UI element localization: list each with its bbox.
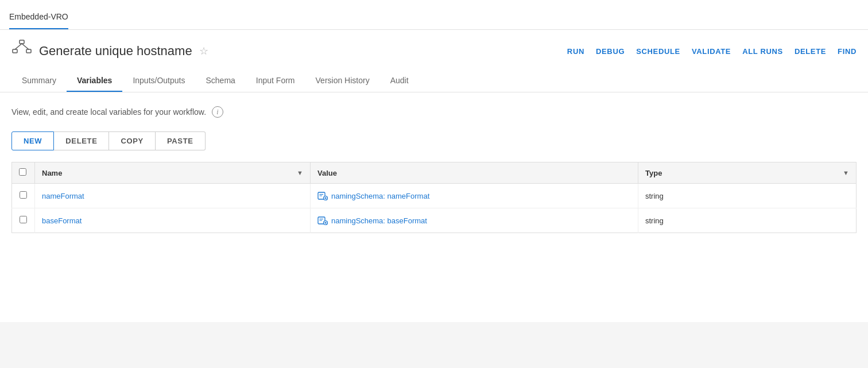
- action-buttons: RUN DEBUG SCHEDULE VALIDATE ALL RUNS DEL…: [567, 45, 857, 58]
- tab-input-form[interactable]: Input Form: [246, 70, 305, 92]
- delete-variable-button[interactable]: DELETE: [54, 131, 109, 150]
- row1-name-cell: nameFormat: [35, 184, 311, 208]
- row1-type-cell: string: [638, 184, 857, 208]
- header-type: Type ▼: [638, 162, 857, 184]
- row2-checkbox-cell: [12, 208, 35, 233]
- row1-value-link[interactable]: namingSchema: nameFormat: [317, 191, 631, 201]
- row1-checkbox[interactable]: [20, 191, 27, 199]
- table-row: nameFormat namingSchema: nameFormat: [12, 184, 857, 208]
- new-button[interactable]: NEW: [11, 131, 54, 150]
- workflow-icon: [11, 39, 32, 63]
- row2-value-link[interactable]: namingSchema: baseFormat: [317, 215, 631, 226]
- svg-rect-0: [20, 40, 24, 44]
- table-row: baseFormat namingSchema: baseFormat: [12, 208, 857, 233]
- select-all-checkbox[interactable]: [19, 168, 26, 176]
- row2-name-cell: baseFormat: [35, 208, 311, 233]
- toolbar: NEW DELETE COPY PASTE: [11, 131, 857, 150]
- row2-checkbox[interactable]: [20, 216, 27, 223]
- row1-type-value: string: [645, 192, 664, 200]
- variables-table: Name ▼ Value Type ▼: [11, 162, 857, 233]
- svg-line-4: [22, 44, 29, 49]
- description-row: View, edit, and create local variables f…: [11, 106, 857, 118]
- row1-name-link[interactable]: nameFormat: [42, 192, 84, 200]
- tab-summary[interactable]: Summary: [11, 70, 67, 92]
- header-name: Name ▼: [35, 162, 311, 184]
- run-button[interactable]: RUN: [567, 45, 584, 58]
- description-text: View, edit, and create local variables f…: [11, 107, 206, 117]
- name-filter-icon[interactable]: ▼: [297, 169, 303, 176]
- copy-button[interactable]: COPY: [109, 131, 155, 150]
- type-filter-icon[interactable]: ▼: [843, 169, 849, 176]
- schedule-button[interactable]: SCHEDULE: [636, 45, 680, 58]
- row2-type-cell: string: [638, 208, 857, 233]
- debug-button[interactable]: DEBUG: [596, 45, 625, 58]
- svg-line-3: [15, 44, 22, 49]
- validate-button[interactable]: VALIDATE: [692, 45, 731, 58]
- all-runs-button[interactable]: ALL RUNS: [742, 45, 783, 58]
- paste-button[interactable]: PASTE: [156, 131, 206, 150]
- tab-audit[interactable]: Audit: [380, 70, 419, 92]
- header-value: Value: [311, 162, 638, 184]
- svg-rect-1: [13, 49, 17, 53]
- delete-button[interactable]: DELETE: [795, 45, 826, 58]
- row1-checkbox-cell: [12, 184, 35, 208]
- svg-rect-2: [26, 49, 31, 53]
- header-checkbox-cell: [12, 162, 35, 184]
- tabs: Summary Variables Inputs/Outputs Schema …: [11, 70, 857, 92]
- tab-variables[interactable]: Variables: [67, 70, 123, 92]
- row2-name-link[interactable]: baseFormat: [42, 216, 82, 225]
- row2-value-cell: namingSchema: baseFormat: [311, 208, 638, 233]
- find-button[interactable]: FIND: [838, 45, 857, 58]
- row1-value-cell: namingSchema: nameFormat: [311, 184, 638, 208]
- workflow-title: Generate unique hostname: [39, 44, 192, 59]
- tab-inputs-outputs[interactable]: Inputs/Outputs: [122, 70, 195, 92]
- binding-icon: [317, 191, 328, 201]
- info-icon[interactable]: i: [212, 106, 223, 118]
- row2-type-value: string: [645, 216, 664, 225]
- favorite-icon[interactable]: ☆: [199, 45, 208, 57]
- app-title: Embedded-VRO: [9, 12, 68, 29]
- tab-version-history[interactable]: Version History: [305, 70, 380, 92]
- table-header-row: Name ▼ Value Type ▼: [12, 162, 857, 184]
- tab-schema[interactable]: Schema: [195, 70, 245, 92]
- binding-icon: [317, 215, 328, 226]
